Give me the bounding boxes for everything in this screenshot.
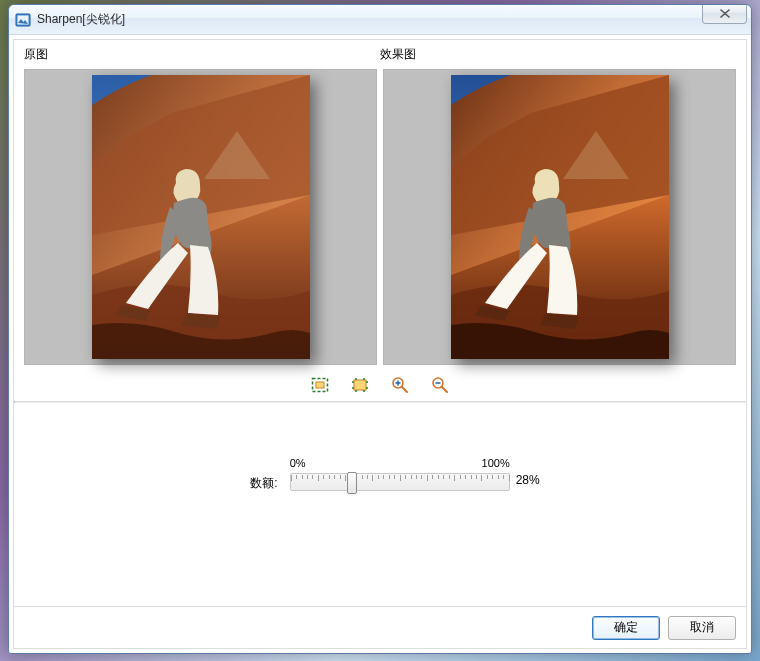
actual-size-button[interactable]	[351, 377, 369, 395]
original-label: 原图	[24, 46, 380, 63]
sharpen-dialog: Sharpen[尖锐化] 原图 效果图	[8, 4, 752, 654]
slider-min-label: 0%	[290, 457, 306, 469]
amount-label: 数额:	[250, 457, 277, 492]
result-preview-pane[interactable]	[383, 69, 736, 365]
svg-rect-8	[354, 380, 366, 390]
original-image	[92, 75, 310, 359]
result-image	[451, 75, 669, 359]
result-label: 效果图	[380, 46, 416, 63]
close-icon	[720, 7, 730, 21]
app-icon	[15, 12, 31, 28]
actual-size-icon	[351, 377, 369, 396]
svg-rect-7	[316, 382, 324, 388]
zoom-out-button[interactable]	[431, 377, 449, 395]
slider-value-label: 28%	[516, 473, 540, 487]
zoom-in-button[interactable]	[391, 377, 409, 395]
preview-section: 原图 效果图	[14, 40, 746, 365]
original-preview-pane[interactable]	[24, 69, 377, 365]
zoom-out-icon	[431, 376, 449, 397]
controls-section: 数额: 0% 100% 28%	[14, 403, 746, 606]
close-button[interactable]	[702, 5, 747, 24]
titlebar: Sharpen[尖锐化]	[9, 5, 751, 35]
svg-line-14	[442, 387, 447, 392]
amount-slider[interactable]	[290, 473, 510, 491]
svg-line-10	[402, 387, 407, 392]
fit-to-window-icon	[311, 377, 329, 396]
cancel-button[interactable]: 取消	[668, 616, 736, 640]
slider-thumb[interactable]	[347, 472, 357, 494]
slider-max-label: 100%	[482, 457, 510, 469]
fit-to-window-button[interactable]	[311, 377, 329, 395]
preview-toolbar	[14, 371, 746, 401]
dialog-button-bar: 确定 取消	[14, 606, 746, 648]
zoom-in-icon	[391, 376, 409, 397]
window-title: Sharpen[尖锐化]	[37, 11, 125, 28]
ok-button[interactable]: 确定	[592, 616, 660, 640]
client-area: 原图 效果图	[13, 39, 747, 649]
